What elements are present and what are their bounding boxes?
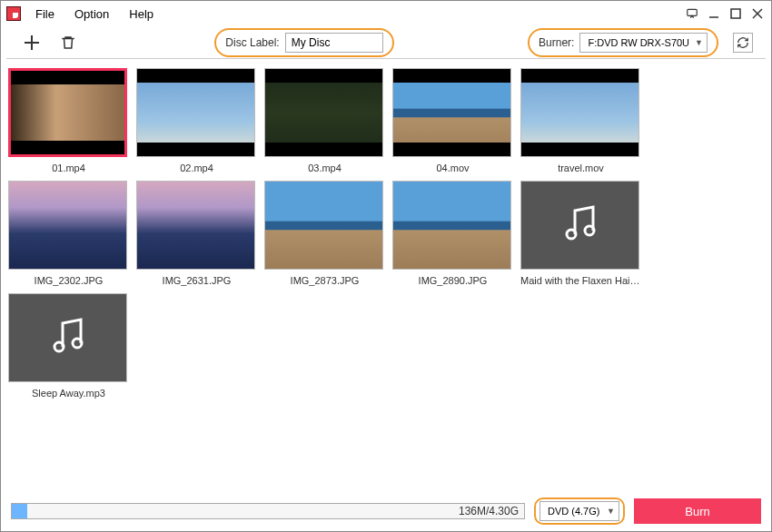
- media-item[interactable]: IMG_2631.JPG: [136, 181, 257, 286]
- disc-type-value: DVD (4.7G): [548, 506, 599, 517]
- media-item[interactable]: 01.mp4: [8, 68, 129, 173]
- delete-button[interactable]: [55, 30, 81, 55]
- maximize-icon[interactable]: [727, 5, 744, 22]
- media-item[interactable]: IMG_2873.JPG: [264, 181, 385, 286]
- svg-point-10: [73, 339, 82, 348]
- media-item[interactable]: 04.mov: [392, 68, 513, 173]
- media-thumbnail[interactable]: [8, 293, 127, 382]
- media-label: IMG_2302.JPG: [8, 275, 129, 286]
- burner-select[interactable]: F:DVD RW DRX-S70U ▼: [579, 33, 708, 53]
- media-label: 01.mp4: [8, 163, 129, 173]
- capacity-fill: [12, 504, 27, 518]
- add-button[interactable]: [19, 30, 45, 55]
- media-thumbnail[interactable]: [264, 68, 383, 157]
- burner-label: Burner:: [539, 36, 574, 49]
- media-thumbnail[interactable]: [392, 181, 511, 270]
- disc-label-text: Disc Label:: [225, 36, 279, 49]
- burner-group: Burner: F:DVD RW DRX-S70U ▼: [528, 28, 718, 57]
- media-thumbnail[interactable]: [264, 181, 383, 270]
- svg-point-9: [54, 342, 64, 351]
- chevron-down-icon: ▼: [607, 507, 615, 516]
- menu-help[interactable]: Help: [120, 5, 163, 24]
- media-item[interactable]: 02.mp4: [136, 68, 257, 173]
- media-label: 02.mp4: [136, 163, 257, 173]
- feedback-icon[interactable]: [684, 5, 700, 22]
- refresh-button[interactable]: [733, 33, 753, 53]
- menu-file[interactable]: File: [26, 5, 64, 24]
- media-label: travel.mov: [520, 163, 641, 173]
- app-icon: [6, 6, 21, 21]
- menu-option[interactable]: Option: [65, 5, 118, 24]
- media-label: Sleep Away.mp3: [8, 388, 129, 399]
- chevron-down-icon: ▼: [695, 38, 703, 47]
- media-item[interactable]: Maid with the Flaxen Hair....: [520, 181, 641, 286]
- media-label: IMG_2890.JPG: [392, 275, 513, 286]
- disc-type-group: DVD (4.7G) ▼: [534, 498, 625, 525]
- media-item[interactable]: travel.mov: [520, 68, 641, 173]
- capacity-text: 136M/4.30G: [459, 505, 519, 517]
- music-icon: [46, 314, 90, 361]
- media-item[interactable]: Sleep Away.mp3: [8, 293, 129, 399]
- disc-type-select[interactable]: DVD (4.7G) ▼: [539, 501, 619, 521]
- disc-label-input[interactable]: [285, 33, 383, 53]
- media-thumbnail[interactable]: [8, 181, 127, 270]
- toolbar: Disc Label: Burner: F:DVD RW DRX-S70U ▼: [6, 26, 766, 59]
- media-thumbnail[interactable]: [136, 181, 255, 270]
- media-thumbnail[interactable]: [8, 68, 127, 157]
- burn-button[interactable]: Burn: [634, 498, 761, 524]
- media-item[interactable]: IMG_2890.JPG: [392, 181, 513, 286]
- svg-point-8: [585, 226, 594, 235]
- media-label: 04.mov: [392, 163, 513, 173]
- minimize-icon[interactable]: [706, 5, 722, 22]
- svg-rect-0: [688, 9, 698, 15]
- svg-rect-2: [731, 9, 740, 18]
- music-icon: [559, 202, 602, 249]
- media-label: IMG_2873.JPG: [264, 275, 385, 286]
- burner-value: F:DVD RW DRX-S70U: [588, 37, 689, 48]
- bottom-bar: 136M/4.30G DVD (4.7G) ▼ Burn: [0, 490, 772, 532]
- menubar: File Option Help: [1, 1, 771, 26]
- capacity-bar: 136M/4.30G: [11, 503, 525, 519]
- media-grid: 01.mp402.mp403.mp404.movtravel.movIMG_23…: [1, 59, 771, 477]
- media-thumbnail[interactable]: [520, 68, 639, 157]
- media-label: Maid with the Flaxen Hair....: [520, 275, 641, 286]
- media-label: 03.mp4: [264, 163, 385, 173]
- disc-label-group: Disc Label:: [214, 28, 393, 57]
- media-item[interactable]: 03.mp4: [264, 68, 385, 173]
- media-thumbnail[interactable]: [136, 68, 255, 157]
- media-thumbnail[interactable]: [392, 68, 511, 157]
- media-thumbnail[interactable]: [520, 181, 639, 270]
- media-label: IMG_2631.JPG: [136, 275, 257, 286]
- svg-point-7: [567, 230, 576, 239]
- media-item[interactable]: IMG_2302.JPG: [8, 181, 129, 286]
- close-icon[interactable]: [749, 5, 766, 22]
